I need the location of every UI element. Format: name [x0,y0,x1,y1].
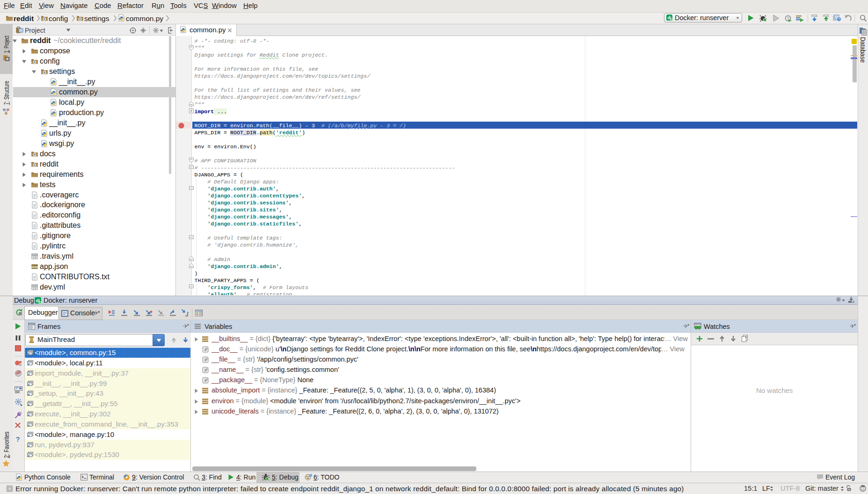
svg-text:9: 9 [206,357,208,360]
svg-text:VCS: VCS [811,14,817,17]
svg-text:9: 9 [206,378,208,381]
svg-text:I: I [186,311,189,316]
svg-text:JSON: JSON [31,265,38,269]
svg-text:?: ? [15,435,20,443]
svg-text:9: 9 [206,347,208,350]
svg-text:9: 9 [206,368,208,370]
